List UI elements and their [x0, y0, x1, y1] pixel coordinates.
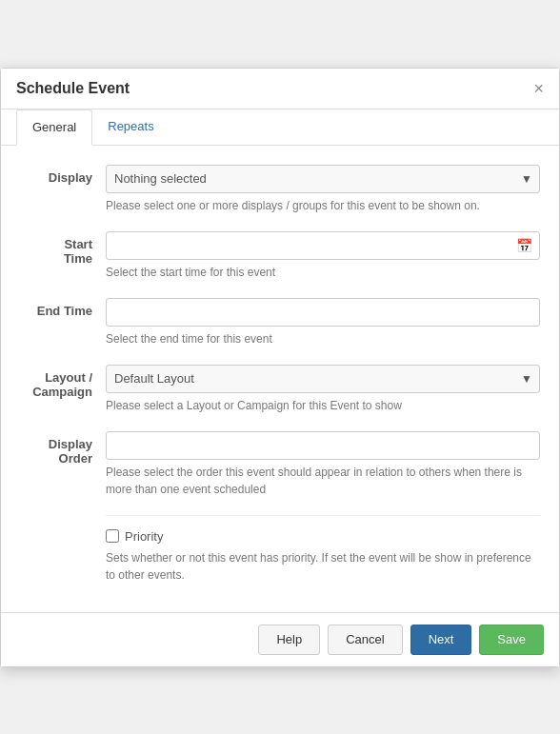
display-order-label: DisplayOrder — [20, 431, 106, 466]
priority-row: Priority Sets whether or not this event … — [106, 529, 540, 584]
save-button[interactable]: Save — [479, 625, 544, 655]
display-field: Nothing selected ▼ Please select one or … — [106, 165, 540, 214]
layout-field: Default Layout ▼ Please select a Layout … — [106, 365, 540, 414]
schedule-event-modal: Schedule Event × General Repeats Display… — [0, 68, 560, 667]
priority-label[interactable]: Priority — [125, 529, 163, 544]
end-time-field: Select the end time for this event — [106, 298, 540, 347]
modal-title: Schedule Event — [16, 80, 130, 97]
display-order-field: Please select the order this event shoul… — [106, 431, 540, 498]
start-time-wrapper: 📅 — [106, 231, 540, 260]
modal-footer: Help Cancel Next Save — [1, 612, 559, 666]
end-time-input[interactable] — [106, 298, 540, 327]
display-label: Display — [20, 165, 106, 185]
tab-general[interactable]: General — [16, 109, 92, 146]
close-button[interactable]: × — [533, 80, 544, 97]
modal-body: Display Nothing selected ▼ Please select… — [1, 146, 559, 612]
start-time-row: StartTime 📅 Select the start time for th… — [20, 231, 540, 281]
tab-repeats[interactable]: Repeats — [92, 109, 169, 146]
end-time-hint: Select the end time for this event — [106, 330, 540, 347]
cancel-button[interactable]: Cancel — [328, 625, 402, 655]
priority-checkbox[interactable] — [106, 529, 119, 543]
display-order-input[interactable] — [106, 431, 540, 460]
help-button[interactable]: Help — [258, 625, 320, 655]
start-time-input[interactable] — [106, 231, 540, 260]
display-row: Display Nothing selected ▼ Please select… — [20, 165, 540, 214]
layout-label: Layout /Campaign — [20, 365, 106, 399]
layout-select-wrapper: Default Layout ▼ — [106, 365, 540, 393]
tabs-container: General Repeats — [1, 109, 559, 146]
layout-row: Layout /Campaign Default Layout ▼ Please… — [20, 365, 540, 414]
start-time-hint: Select the start time for this event — [106, 264, 540, 281]
priority-check-wrapper: Priority — [106, 529, 540, 544]
next-button[interactable]: Next — [410, 625, 472, 655]
display-order-hint: Please select the order this event shoul… — [106, 464, 540, 498]
layout-hint: Please select a Layout or Campaign for t… — [106, 397, 540, 414]
end-time-row: End Time Select the end time for this ev… — [20, 298, 540, 347]
start-time-field: 📅 Select the start time for this event — [106, 231, 540, 281]
start-time-label: StartTime — [20, 231, 106, 266]
layout-select[interactable]: Default Layout — [106, 365, 540, 393]
priority-divider — [106, 515, 540, 516]
end-time-wrapper — [106, 298, 540, 327]
display-hint: Please select one or more displays / gro… — [106, 197, 540, 214]
priority-hint: Sets whether or not this event has prior… — [106, 549, 540, 584]
display-select-wrapper: Nothing selected ▼ — [106, 165, 540, 193]
priority-field: Priority Sets whether or not this event … — [106, 529, 540, 584]
modal-header: Schedule Event × — [1, 69, 559, 109]
display-order-row: DisplayOrder Please select the order thi… — [20, 431, 540, 498]
end-time-label: End Time — [20, 298, 106, 318]
display-select[interactable]: Nothing selected — [106, 165, 540, 193]
